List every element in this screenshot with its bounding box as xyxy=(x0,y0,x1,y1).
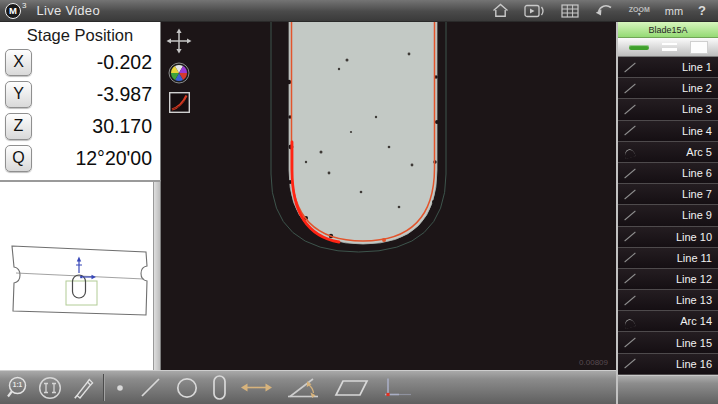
white-rect-toggle[interactable] xyxy=(690,41,708,54)
part-panel-scrollbar[interactable] xyxy=(153,182,160,370)
stage-position-title: Stage Position xyxy=(0,22,160,45)
line-icon xyxy=(623,251,637,264)
perpendicular-icon[interactable] xyxy=(382,376,413,399)
circle-icon[interactable] xyxy=(175,376,199,400)
chevron-down-icon: ▾ xyxy=(638,12,641,17)
stage-position-panel: Stage Position X -0.202 Y -3.987 Z 30.17… xyxy=(0,22,161,180)
feature-row-line-2[interactable]: Line 2 xyxy=(618,78,718,99)
video-mode-icon[interactable] xyxy=(524,4,546,18)
feature-row-line-3[interactable]: Line 3 xyxy=(618,99,718,120)
feature-row-line-7[interactable]: Line 7 xyxy=(618,184,718,205)
feature-row-line-12[interactable]: Line 12 xyxy=(618,269,718,290)
feature-list: Line 1 Line 2 Line 3 Line 4 Arc 5 Line 6… xyxy=(618,57,718,375)
part-view-panel[interactable] xyxy=(0,180,161,370)
line-icon xyxy=(623,167,637,180)
home-icon[interactable] xyxy=(492,3,509,18)
m3-logo-superscript: 3 xyxy=(22,1,26,10)
feature-label: Line 7 xyxy=(682,188,712,200)
line-icon xyxy=(623,124,637,137)
zoom-control[interactable]: ZOOM ▾ xyxy=(629,5,650,17)
help-icon[interactable]: ? xyxy=(698,3,706,18)
undo-icon[interactable] xyxy=(594,3,614,18)
double-dash-toggle[interactable] xyxy=(662,43,677,51)
axis-row-y: Y -3.987 xyxy=(0,79,160,109)
line-icon[interactable] xyxy=(139,376,162,399)
feature-label: Line 15 xyxy=(676,337,712,349)
video-frame xyxy=(161,22,616,370)
slot-icon[interactable] xyxy=(212,374,227,401)
feature-label: Line 6 xyxy=(682,167,712,179)
line-icon xyxy=(623,357,637,370)
line-icon xyxy=(623,188,637,201)
axis-zero-button-q[interactable]: Q xyxy=(5,145,32,172)
feature-label: Line 16 xyxy=(676,358,712,370)
feature-row-line-16[interactable]: Line 16 xyxy=(618,354,718,375)
feature-row-line-11[interactable]: Line 11 xyxy=(618,248,718,269)
sidebar-view-toggles xyxy=(618,38,718,57)
line-icon xyxy=(623,336,637,349)
bottom-toolbar: 1:1 xyxy=(0,370,616,404)
axis-zero-button-z[interactable]: Z xyxy=(5,113,32,140)
feature-row-line-9[interactable]: Line 9 xyxy=(618,205,718,226)
line-icon xyxy=(623,103,637,116)
units-label[interactable]: mm xyxy=(665,5,683,17)
m3-application-window: M 3 Live Video ZOOM ▾ mm ? xyxy=(0,0,718,404)
page-title: Live Video xyxy=(36,3,99,18)
feature-row-arc-5[interactable]: Arc 5 xyxy=(618,142,718,163)
axis-value-z: 30.170 xyxy=(32,115,152,138)
feature-label: Line 3 xyxy=(682,103,712,115)
axis-zero-button-y[interactable]: Y xyxy=(5,81,32,108)
field-of-view-box xyxy=(66,281,97,305)
line-icon xyxy=(623,82,637,95)
feature-label: Line 12 xyxy=(676,273,712,285)
feature-row-arc-14[interactable]: Arc 14 xyxy=(618,311,718,332)
feature-label: Line 9 xyxy=(682,209,712,221)
edge-trace-dot xyxy=(382,238,386,242)
axis-row-q: Q 12°20'00 xyxy=(0,143,160,173)
axis-value-y: -3.987 xyxy=(32,83,152,106)
feature-row-line-1[interactable]: Line 1 xyxy=(618,57,718,78)
green-dash-toggle[interactable] xyxy=(629,45,649,50)
feature-label: Arc 5 xyxy=(686,146,712,158)
feature-row-line-15[interactable]: Line 15 xyxy=(618,332,718,353)
axis-row-z: Z 30.170 xyxy=(0,111,160,141)
line-icon xyxy=(623,272,637,285)
zoom-1to1-icon[interactable]: 1:1 xyxy=(6,375,30,401)
live-video-canvas[interactable]: 0.00809 xyxy=(161,22,616,370)
color-wheel-icon[interactable] xyxy=(166,62,192,84)
feature-label: Line 10 xyxy=(676,231,712,243)
axis-arrow-up-head xyxy=(77,257,81,262)
feature-row-line-4[interactable]: Line 4 xyxy=(618,121,718,142)
pan-cross-icon[interactable] xyxy=(166,28,192,54)
point-icon[interactable] xyxy=(114,382,126,394)
toolbar-divider xyxy=(103,374,105,401)
edge-profile-icon[interactable] xyxy=(166,92,192,113)
zoom-ratio-label: 1:1 xyxy=(10,381,25,388)
specimen-blade-tip xyxy=(289,22,437,244)
feature-row-line-13[interactable]: Line 13 xyxy=(618,290,718,311)
distance-icon[interactable] xyxy=(240,380,273,395)
arc-icon xyxy=(623,315,637,328)
arc-icon xyxy=(623,145,637,158)
axis-value-q: 12°20'00 xyxy=(32,147,152,170)
blade-mid-line xyxy=(16,273,144,279)
feature-label: Line 1 xyxy=(682,61,712,73)
feature-label: Line 13 xyxy=(676,294,712,306)
m3-logo-circle: M xyxy=(5,3,21,19)
field-of-view-icon[interactable] xyxy=(37,375,63,401)
feature-label: Arc 14 xyxy=(680,315,712,327)
line-icon xyxy=(623,61,637,74)
axis-origin-dot xyxy=(80,276,82,278)
report-table-icon[interactable] xyxy=(561,4,579,18)
feature-row-line-6[interactable]: Line 6 xyxy=(618,163,718,184)
angle-icon[interactable] xyxy=(286,375,321,400)
axis-zero-button-x[interactable]: X xyxy=(5,49,32,76)
feature-row-line-10[interactable]: Line 10 xyxy=(618,227,718,248)
skew-icon[interactable] xyxy=(334,378,369,398)
pen-probe-icon[interactable] xyxy=(70,375,95,400)
title-bar: M 3 Live Video ZOOM ▾ mm ? xyxy=(0,0,718,22)
axis-arrow-right-head xyxy=(92,275,97,279)
sidebar-footer xyxy=(618,375,718,404)
slot-outline xyxy=(73,275,86,298)
axis-row-x: X -0.202 xyxy=(0,47,160,77)
